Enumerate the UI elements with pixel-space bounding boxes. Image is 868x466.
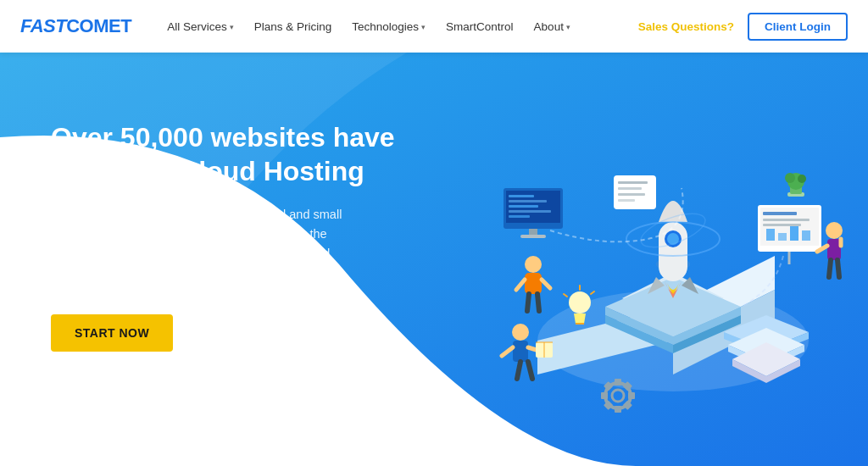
svg-rect-71 bbox=[618, 199, 635, 202]
logo-text-italic: FAST bbox=[20, 15, 66, 36]
svg-rect-67 bbox=[614, 175, 656, 209]
svg-point-32 bbox=[826, 222, 843, 239]
hero-text-block: Over 50,000 websites have gone FastCloud… bbox=[51, 103, 415, 352]
nav-right: Sales Questions? Client Login bbox=[638, 13, 848, 41]
chevron-down-icon: ▾ bbox=[421, 23, 426, 31]
svg-rect-14 bbox=[529, 229, 537, 236]
svg-rect-9 bbox=[509, 195, 534, 197]
svg-line-40 bbox=[502, 347, 513, 356]
svg-point-48 bbox=[612, 390, 624, 402]
svg-rect-39 bbox=[513, 341, 528, 362]
svg-rect-15 bbox=[520, 235, 546, 238]
svg-rect-55 bbox=[601, 392, 608, 399]
svg-rect-28 bbox=[778, 233, 787, 241]
svg-line-45 bbox=[517, 362, 520, 379]
nav-item-about[interactable]: About ▾ bbox=[526, 14, 579, 40]
start-now-button[interactable]: START NOW bbox=[51, 314, 173, 352]
svg-line-61 bbox=[564, 294, 567, 297]
nav-links: All Services ▾ Plans & Pricing Technolog… bbox=[159, 14, 638, 40]
svg-rect-69 bbox=[618, 187, 642, 190]
svg-line-46 bbox=[528, 362, 532, 379]
nav-item-smartcontrol[interactable]: SmartControl bbox=[437, 14, 522, 40]
navbar: FASTCOMET All Services ▾ Plans & Pricing… bbox=[0, 0, 868, 53]
nav-item-technologies[interactable]: Technologies ▾ bbox=[343, 14, 434, 40]
svg-rect-51 bbox=[628, 392, 635, 399]
svg-point-57 bbox=[569, 291, 591, 313]
nav-item-all-services[interactable]: All Services ▾ bbox=[159, 14, 242, 40]
nav-item-plans-pricing[interactable]: Plans & Pricing bbox=[246, 14, 341, 40]
svg-rect-24 bbox=[763, 212, 797, 215]
hero-section: Over 50,000 websites have gone FastCloud… bbox=[0, 53, 868, 466]
svg-line-19 bbox=[542, 280, 550, 288]
svg-point-65 bbox=[785, 173, 795, 183]
svg-rect-25 bbox=[763, 219, 810, 221]
svg-line-37 bbox=[837, 260, 839, 277]
chevron-down-icon: ▾ bbox=[230, 23, 234, 31]
svg-rect-12 bbox=[509, 210, 551, 213]
svg-line-20 bbox=[527, 294, 529, 311]
client-login-button[interactable]: Client Login bbox=[748, 13, 848, 41]
svg-line-21 bbox=[537, 294, 539, 311]
chevron-down-icon: ▾ bbox=[566, 23, 570, 31]
hero-illustration bbox=[393, 53, 868, 466]
svg-rect-10 bbox=[509, 200, 547, 202]
svg-rect-11 bbox=[509, 205, 538, 208]
svg-rect-17 bbox=[525, 273, 542, 294]
logo[interactable]: FASTCOMET bbox=[20, 15, 131, 37]
svg-line-36 bbox=[829, 260, 831, 277]
svg-line-60 bbox=[591, 291, 594, 294]
svg-rect-27 bbox=[766, 229, 775, 241]
hero-title: Over 50,000 websites have gone FastCloud… bbox=[51, 120, 415, 188]
svg-rect-53 bbox=[615, 406, 621, 413]
svg-rect-13 bbox=[509, 215, 530, 218]
svg-rect-29 bbox=[790, 226, 798, 241]
hero-subtitle: The top-rated Hosting Solution for perso… bbox=[51, 205, 373, 284]
svg-rect-26 bbox=[763, 224, 801, 226]
hero-buttons: START NOW PLANS & PRICING bbox=[51, 314, 415, 352]
svg-line-18 bbox=[516, 280, 525, 290]
svg-rect-68 bbox=[618, 181, 648, 184]
svg-point-38 bbox=[512, 324, 529, 341]
svg-rect-30 bbox=[802, 230, 810, 241]
sales-questions-link[interactable]: Sales Questions? bbox=[638, 20, 734, 33]
svg-rect-49 bbox=[615, 379, 621, 386]
svg-point-16 bbox=[525, 256, 542, 273]
plans-pricing-button[interactable]: PLANS & PRICING bbox=[185, 314, 334, 352]
svg-point-66 bbox=[798, 175, 806, 183]
logo-text-rest: COMET bbox=[66, 15, 131, 36]
svg-rect-70 bbox=[618, 193, 645, 196]
